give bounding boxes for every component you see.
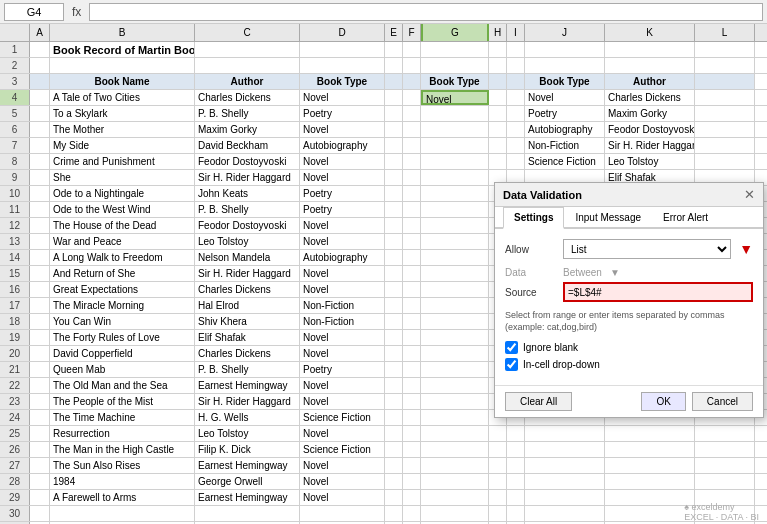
allow-select[interactable]: List Any value Whole number Decimal Date: [563, 239, 731, 259]
cell-a7[interactable]: [30, 138, 50, 153]
cell-k3-author-header[interactable]: Author: [605, 74, 695, 89]
cell-k1[interactable]: [605, 42, 695, 57]
cell-c18[interactable]: Shiv Khera: [195, 314, 300, 329]
col-header-h[interactable]: H: [489, 24, 507, 41]
cell-c15[interactable]: Sir H. Rider Haggard: [195, 266, 300, 281]
cell-b19[interactable]: The Forty Rules of Love: [50, 330, 195, 345]
cell-d7[interactable]: Autobiography: [300, 138, 385, 153]
cell-g21[interactable]: [421, 362, 489, 377]
cell-i3[interactable]: [507, 74, 525, 89]
cell-b7[interactable]: My Side: [50, 138, 195, 153]
cell-b15[interactable]: And Return of She: [50, 266, 195, 281]
cell-b25[interactable]: Resurrection: [50, 426, 195, 441]
cell-g20[interactable]: [421, 346, 489, 361]
cell-d2[interactable]: [300, 58, 385, 73]
cell-g5[interactable]: [421, 106, 489, 121]
cell-f12[interactable]: [403, 218, 421, 233]
cell-b20[interactable]: David Copperfield: [50, 346, 195, 361]
cell-e19[interactable]: [385, 330, 403, 345]
cell-e22[interactable]: [385, 378, 403, 393]
cell-j25[interactable]: [525, 426, 605, 441]
cell-l8[interactable]: [695, 154, 755, 169]
cell-d8[interactable]: Novel: [300, 154, 385, 169]
cell-d12[interactable]: Novel: [300, 218, 385, 233]
cell-d26[interactable]: Science Fiction: [300, 442, 385, 457]
cell-e21[interactable]: [385, 362, 403, 377]
cell-b21[interactable]: Queen Mab: [50, 362, 195, 377]
cell-a1[interactable]: [30, 42, 50, 57]
cell-a15[interactable]: [30, 266, 50, 281]
cell-a22[interactable]: [30, 378, 50, 393]
cell-k30[interactable]: [605, 506, 695, 521]
cell-g9[interactable]: [421, 170, 489, 185]
cell-c28[interactable]: George Orwell: [195, 474, 300, 489]
cell-e8[interactable]: [385, 154, 403, 169]
cell-i4[interactable]: [507, 90, 525, 105]
cell-g12[interactable]: [421, 218, 489, 233]
cell-i30[interactable]: [507, 506, 525, 521]
cell-h2[interactable]: [489, 58, 507, 73]
cell-a16[interactable]: [30, 282, 50, 297]
cell-f17[interactable]: [403, 298, 421, 313]
cell-d17[interactable]: Non-Fiction: [300, 298, 385, 313]
cell-g28[interactable]: [421, 474, 489, 489]
cell-d28[interactable]: Novel: [300, 474, 385, 489]
cell-a25[interactable]: [30, 426, 50, 441]
cell-i5[interactable]: [507, 106, 525, 121]
cell-l2[interactable]: [695, 58, 755, 73]
col-header-d[interactable]: D: [300, 24, 385, 41]
cell-e29[interactable]: [385, 490, 403, 505]
cell-e24[interactable]: [385, 410, 403, 425]
dialog-close-button[interactable]: ✕: [744, 187, 755, 202]
cell-j4[interactable]: Novel: [525, 90, 605, 105]
cell-c3-header[interactable]: Author: [195, 74, 300, 89]
col-header-b[interactable]: B: [50, 24, 195, 41]
cell-e2[interactable]: [385, 58, 403, 73]
cell-g26[interactable]: [421, 442, 489, 457]
cell-d15[interactable]: Novel: [300, 266, 385, 281]
cell-a23[interactable]: [30, 394, 50, 409]
cell-d4[interactable]: Novel: [300, 90, 385, 105]
cell-d24[interactable]: Science Fiction: [300, 410, 385, 425]
cell-c7[interactable]: David Beckham: [195, 138, 300, 153]
cell-i7[interactable]: [507, 138, 525, 153]
cell-d29[interactable]: Novel: [300, 490, 385, 505]
source-input[interactable]: [563, 282, 753, 302]
cell-h4[interactable]: [489, 90, 507, 105]
cell-c14[interactable]: Nelson Mandela: [195, 250, 300, 265]
cell-b2[interactable]: [50, 58, 195, 73]
cell-l5[interactable]: [695, 106, 755, 121]
ok-button[interactable]: OK: [641, 392, 685, 411]
cell-g6[interactable]: [421, 122, 489, 137]
cell-a19[interactable]: [30, 330, 50, 345]
cell-h28[interactable]: [489, 474, 507, 489]
cell-a3[interactable]: [30, 74, 50, 89]
cell-e13[interactable]: [385, 234, 403, 249]
cell-h5[interactable]: [489, 106, 507, 121]
cell-f30[interactable]: [403, 506, 421, 521]
cell-j27[interactable]: [525, 458, 605, 473]
cell-d5[interactable]: Poetry: [300, 106, 385, 121]
cell-g14[interactable]: [421, 250, 489, 265]
clear-all-button[interactable]: Clear All: [505, 392, 572, 411]
cell-i27[interactable]: [507, 458, 525, 473]
cell-d18[interactable]: Non-Fiction: [300, 314, 385, 329]
cell-d27[interactable]: Novel: [300, 458, 385, 473]
col-header-i[interactable]: I: [507, 24, 525, 41]
cell-b18[interactable]: You Can Win: [50, 314, 195, 329]
cancel-button[interactable]: Cancel: [692, 392, 753, 411]
cell-d21[interactable]: Poetry: [300, 362, 385, 377]
col-header-a[interactable]: A: [30, 24, 50, 41]
cell-j30[interactable]: [525, 506, 605, 521]
cell-e25[interactable]: [385, 426, 403, 441]
cell-g25[interactable]: [421, 426, 489, 441]
cell-f21[interactable]: [403, 362, 421, 377]
cell-e28[interactable]: [385, 474, 403, 489]
cell-d16[interactable]: Novel: [300, 282, 385, 297]
cell-a12[interactable]: [30, 218, 50, 233]
cell-f27[interactable]: [403, 458, 421, 473]
cell-c11[interactable]: P. B. Shelly: [195, 202, 300, 217]
col-header-c[interactable]: C: [195, 24, 300, 41]
cell-h1[interactable]: [489, 42, 507, 57]
cell-l3[interactable]: [695, 74, 755, 89]
